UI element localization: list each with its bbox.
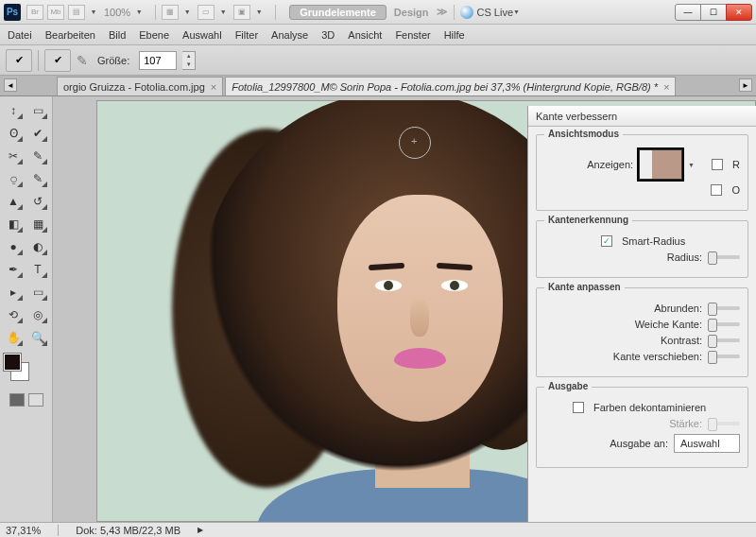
type-tool-icon[interactable]: T [26, 259, 49, 280]
hand-tool-icon[interactable]: ✋ [2, 327, 25, 348]
menu-bar: Datei Bearbeiten Bild Ebene Auswahl Filt… [0, 25, 756, 45]
gradient-tool-icon[interactable]: ▦ [26, 214, 49, 234]
marquee-tool-icon[interactable]: ▭ [26, 100, 49, 121]
lasso-tool-icon[interactable]: ʘ [2, 123, 25, 144]
photoshop-logo-icon: Ps [4, 4, 21, 21]
refine-edge-dialog: Kante verbessern Ansichtsmodus Anzeigen:… [527, 106, 756, 537]
menu-datei[interactable]: Datei [8, 29, 32, 41]
menu-ansicht[interactable]: Ansicht [348, 29, 382, 41]
menu-auswahl[interactable]: Auswahl [182, 29, 222, 41]
move-tool-icon[interactable]: ↕ [2, 100, 25, 121]
smooth-slider[interactable] [708, 306, 740, 310]
view-mode-group: Ansichtsmodus Anzeigen: ▼ R O [536, 134, 748, 211]
view-extras-icon[interactable]: ▦ [162, 5, 179, 20]
tab-scroll-left[interactable]: ◄ [4, 78, 17, 92]
brush-cursor-icon [399, 127, 431, 159]
edge-detection-group: Kantenerkennung ✓ Smart-Radius Radius: [536, 220, 748, 278]
close-icon[interactable]: × [663, 81, 669, 93]
close-icon[interactable]: × [211, 81, 216, 93]
zoom-tool-icon[interactable]: 🔍 [26, 327, 49, 348]
minibridge-icon[interactable]: Mb [47, 5, 64, 20]
workspace-grundelemente[interactable]: Grundelemente [289, 5, 387, 20]
workspace-design[interactable]: Design [394, 7, 429, 18]
shift-edge-slider[interactable] [708, 355, 740, 358]
screen-mode-icon[interactable]: ▣ [233, 5, 250, 20]
menu-bild[interactable]: Bild [109, 29, 126, 41]
view-preview-thumb[interactable] [639, 149, 682, 180]
menu-filter[interactable]: Filter [235, 29, 258, 41]
dialog-title: Kante verbessern [528, 106, 756, 127]
output-group: Ausgabe Farben dekontaminieren Stärke: A… [536, 387, 748, 468]
menu-3d[interactable]: 3D [321, 29, 335, 41]
history-brush-tool-icon[interactable]: ↺ [26, 191, 49, 212]
workspace-more-icon[interactable]: ≫ [437, 6, 448, 18]
stamp-tool-icon[interactable]: ▲ [2, 191, 25, 212]
3d-camera-tool-icon[interactable]: ◎ [26, 304, 49, 325]
eyedropper-tool-icon[interactable]: ✎ [26, 146, 49, 166]
smart-radius-checkbox[interactable]: ✓ [601, 235, 612, 247]
output-select[interactable]: Auswahl [674, 434, 740, 453]
show-label: Anzeigen: [587, 159, 633, 170]
amount-slider [708, 422, 740, 425]
menu-bearbeiten[interactable]: Bearbeiten [45, 29, 95, 41]
film-icon[interactable]: ▤ [68, 5, 85, 20]
color-swatches[interactable] [2, 354, 28, 380]
shape-tool-icon[interactable]: ▭ [26, 282, 49, 303]
arrange-icon[interactable]: ▭ [198, 5, 215, 20]
eraser-tool-icon[interactable]: ◧ [2, 214, 25, 234]
maximize-button[interactable]: ☐ [700, 4, 727, 21]
status-zoom[interactable]: 37,31% [6, 525, 41, 536]
menu-analyse[interactable]: Analyse [271, 29, 308, 41]
checkbox-o[interactable] [711, 184, 722, 196]
zoom-level[interactable]: 100% [104, 7, 130, 18]
decontaminate-checkbox[interactable] [573, 402, 584, 413]
quickselect-tool-icon[interactable]: ✔ [26, 123, 49, 144]
healing-tool-icon[interactable]: ⍜ [2, 168, 25, 189]
tools-panel: ↕▭ ʘ✔ ✂✎ ⍜✎ ▲↺ ◧▦ ●◐ ✒T ▸▭ ⟲◎ ✋🔍 [0, 96, 53, 522]
menu-hilfe[interactable]: Hilfe [444, 29, 465, 41]
brush-size-input[interactable] [139, 51, 177, 70]
current-tool-icon[interactable]: ✔ [6, 49, 32, 72]
tab-scroll-right[interactable]: ► [739, 78, 752, 92]
bridge-icon[interactable]: Br [26, 5, 43, 20]
path-select-tool-icon[interactable]: ▸ [2, 282, 25, 303]
document-tab-2[interactable]: Fotolia_12997800_M© Sorin Popa - Fotolia… [225, 77, 676, 95]
size-stepper[interactable]: ▲▼ [182, 51, 196, 70]
adjust-edge-group: Kante anpassen Abrunden: Weiche Kante: K… [536, 287, 748, 377]
foreground-color[interactable] [4, 354, 21, 371]
cs-live-icon [460, 6, 473, 19]
minimize-button[interactable]: — [675, 4, 701, 21]
menu-ebene[interactable]: Ebene [139, 29, 169, 41]
quick-mask-toggle[interactable] [2, 393, 50, 407]
contrast-slider[interactable] [708, 338, 740, 342]
radius-slider[interactable] [708, 255, 740, 259]
size-label: Größe: [97, 55, 129, 66]
3d-tool-icon[interactable]: ⟲ [2, 304, 25, 325]
dodge-tool-icon[interactable]: ◐ [26, 236, 49, 257]
status-bar: 37,31% Dok: 5,43 MB/22,3 MB ▶ [0, 522, 756, 537]
checkbox-r[interactable] [712, 159, 723, 170]
status-doc-size[interactable]: Dok: 5,43 MB/22,3 MB [76, 525, 180, 536]
close-button[interactable]: ✕ [726, 4, 752, 21]
title-bar: Ps Br Mb ▤▼ 100%▼ ▦▼ ▭▼ ▣▼ Grundelemente… [0, 0, 756, 25]
cs-live-button[interactable]: CS Live ▼ [460, 6, 520, 19]
document-tab-1[interactable]: orgio Gruizza - Fotolia.com.jpg× [57, 77, 223, 95]
crop-tool-icon[interactable]: ✂ [2, 146, 25, 166]
radius-label: Radius: [667, 251, 702, 263]
options-bar: ✔ ✔ ✎ Größe: ▲▼ [0, 45, 756, 76]
smart-radius-label: Smart-Radius [622, 235, 685, 247]
brush-tool-icon[interactable]: ✎ [26, 168, 49, 189]
brush-preset-icon[interactable]: ✔ [44, 49, 71, 72]
document-tabs-bar: ◄ orgio Gruizza - Fotolia.com.jpg× Fotol… [0, 76, 756, 96]
brush-settings-icon[interactable]: ✎ [77, 53, 88, 68]
blur-tool-icon[interactable]: ● [2, 236, 25, 257]
menu-fenster[interactable]: Fenster [395, 29, 430, 41]
pen-tool-icon[interactable]: ✒ [2, 259, 25, 280]
feather-slider[interactable] [708, 322, 740, 326]
